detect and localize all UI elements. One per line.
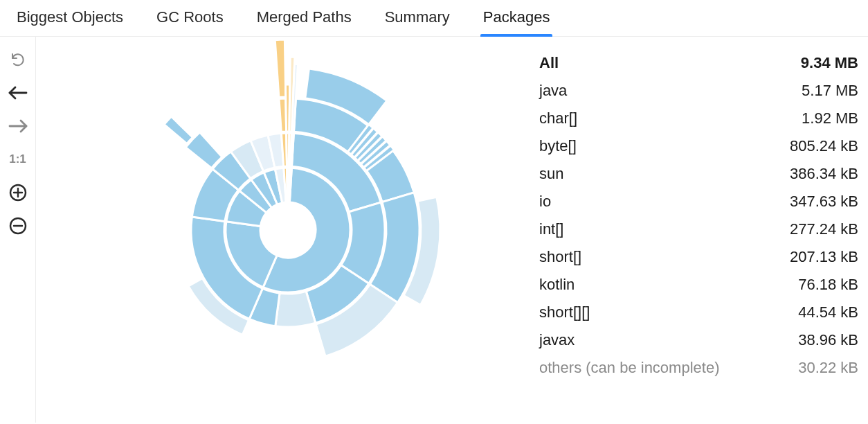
legend-row[interactable]: int[]277.24 kB: [539, 215, 858, 243]
legend-row[interactable]: char[]1.92 MB: [539, 105, 858, 132]
legend-name: others (can be incomplete): [539, 359, 719, 377]
legend-name: char[]: [539, 109, 577, 127]
undo-icon: [10, 51, 26, 68]
reset-zoom-button[interactable]: 1:1: [8, 149, 28, 170]
legend-value: 277.24 kB: [790, 220, 858, 238]
tabs-bar: Biggest Objects GC Roots Merged Paths Su…: [0, 0, 868, 37]
legend-row[interactable]: short[]207.13 kB: [539, 243, 858, 271]
legend-value: 207.13 kB: [790, 248, 858, 266]
legend-name: byte[]: [539, 137, 577, 155]
legend-row[interactable]: kotlin76.18 kB: [539, 271, 858, 299]
legend-name: javax: [539, 331, 575, 349]
zoom-in-button[interactable]: [8, 182, 28, 203]
zoom-out-icon: [9, 217, 27, 235]
undo-button[interactable]: [8, 49, 28, 70]
legend-header-value: 9.34 MB: [801, 54, 858, 72]
forward-button[interactable]: [8, 116, 28, 136]
legend-row[interactable]: byte[]805.24 kB: [539, 132, 858, 160]
legend-header-name: All: [539, 54, 559, 72]
zoom-in-icon: [9, 184, 27, 202]
sunburst-chart[interactable]: [36, 37, 539, 423]
legend-value: 386.34 kB: [790, 165, 858, 183]
arrow-right-icon: [8, 119, 28, 133]
legend-value: 30.22 kB: [798, 359, 858, 377]
legend-value: 347.63 kB: [790, 193, 858, 211]
tab-merged-paths[interactable]: Merged Paths: [257, 8, 352, 36]
legend-name: io: [539, 193, 551, 211]
toolbar: 1:1: [0, 37, 36, 423]
legend-row[interactable]: io347.63 kB: [539, 188, 858, 215]
legend-panel: All 9.34 MB java5.17 MB char[]1.92 MB by…: [539, 37, 868, 423]
legend-value: 38.96 kB: [798, 331, 858, 349]
zoom-out-button[interactable]: [8, 215, 28, 236]
legend-value: 76.18 kB: [798, 276, 858, 294]
legend-row[interactable]: javax38.96 kB: [539, 326, 858, 354]
legend-header: All 9.34 MB: [539, 49, 858, 77]
legend-name: int[]: [539, 220, 563, 238]
legend-name: short[]: [539, 248, 581, 266]
legend-value: 805.24 kB: [790, 137, 858, 155]
tab-gc-roots[interactable]: GC Roots: [156, 8, 224, 36]
legend-value: 1.92 MB: [802, 109, 858, 127]
legend-name: sun: [539, 165, 563, 183]
legend-value: 5.17 MB: [802, 82, 858, 100]
legend-others[interactable]: others (can be incomplete)30.22 kB: [539, 354, 858, 382]
back-button[interactable]: [8, 82, 28, 103]
legend-name: kotlin: [539, 276, 575, 294]
tab-summary[interactable]: Summary: [385, 8, 450, 36]
legend-name: short[][]: [539, 303, 590, 321]
content: 1:1 All 9.34 MB java5.17 MB char[]1.92 M…: [0, 37, 868, 423]
legend-name: java: [539, 82, 567, 100]
tab-biggest-objects[interactable]: Biggest Objects: [17, 8, 123, 36]
legend-row[interactable]: sun386.34 kB: [539, 160, 858, 188]
arrow-left-icon: [8, 86, 28, 100]
tab-packages[interactable]: Packages: [483, 8, 550, 36]
legend-value: 44.54 kB: [798, 303, 858, 321]
legend-row[interactable]: java5.17 MB: [539, 77, 858, 105]
legend-row[interactable]: short[][]44.54 kB: [539, 299, 858, 326]
